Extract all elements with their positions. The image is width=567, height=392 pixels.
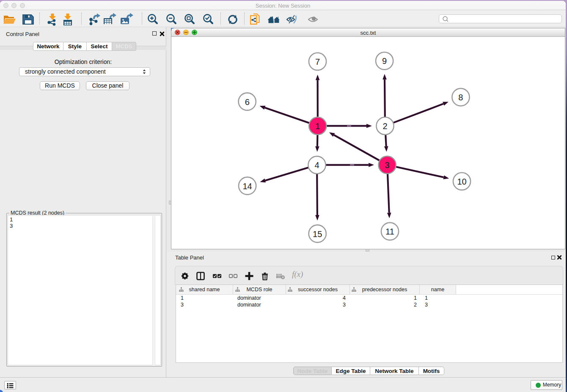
svg-text:6: 6: [245, 97, 250, 107]
svg-text:9: 9: [382, 56, 387, 66]
svg-text:2: 2: [383, 121, 387, 131]
svg-text:11: 11: [385, 227, 394, 236]
svg-text:14: 14: [242, 182, 252, 191]
svg-text:10: 10: [457, 177, 466, 186]
svg-text:7: 7: [315, 57, 320, 66]
svg-text:4: 4: [314, 160, 319, 170]
svg-text:3: 3: [385, 160, 390, 170]
svg-text:1: 1: [315, 121, 320, 131]
svg-text:8: 8: [458, 93, 463, 102]
svg-text:15: 15: [313, 229, 322, 239]
